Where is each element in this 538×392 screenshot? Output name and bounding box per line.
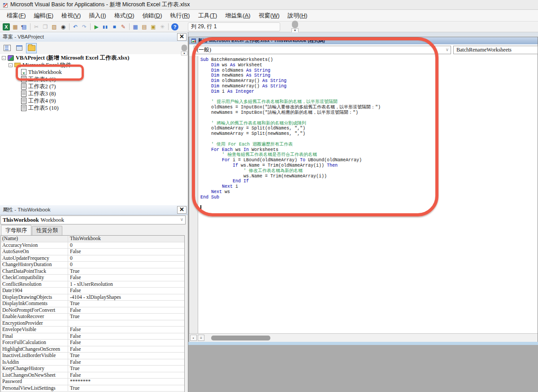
- scroll-thumb[interactable]: [292, 21, 298, 28]
- procedure-dropdown[interactable]: BatchRenameWorksheets: [453, 46, 538, 54]
- tree-item[interactable]: 工作表5 (10): [0, 104, 187, 112]
- property-row[interactable]: IsAddinFalse: [1, 359, 184, 366]
- tree-expander-icon[interactable]: -: [9, 63, 13, 67]
- property-row[interactable]: ChangeHistoryDuration0: [1, 262, 184, 268]
- property-name: ChangeHistoryDuration: [1, 262, 68, 268]
- project-panel-toolbar: [0, 42, 188, 55]
- scroll-down-arrow-icon[interactable]: ▼: [181, 52, 187, 56]
- help-button[interactable]: ?: [171, 23, 178, 30]
- scroll-thumb[interactable]: [182, 44, 187, 51]
- property-value: ThisWorkbook: [68, 236, 184, 242]
- cursor-position-label: 列 29, 行 1: [191, 23, 217, 30]
- design-mode-button[interactable]: ✎: [119, 22, 128, 31]
- property-row[interactable]: (Name)ThisWorkbook: [1, 236, 184, 242]
- menu-item[interactable]: 工具(T): [194, 12, 221, 20]
- toggle-folders-button[interactable]: [26, 43, 37, 53]
- project-explorer-button[interactable]: ▦: [131, 22, 140, 31]
- property-row[interactable]: EncryptionProvider: [1, 320, 184, 327]
- project-icon: [8, 55, 14, 61]
- hscroll-thumb[interactable]: [211, 336, 270, 340]
- property-row[interactable]: PersonalViewListSettingsTrue: [1, 385, 184, 392]
- property-row[interactable]: DisplayDrawingObjects-4104 - xlDisplaySh…: [1, 294, 184, 301]
- find-button[interactable]: ◉: [59, 22, 68, 31]
- menu-item[interactable]: 增益集(A): [221, 12, 254, 20]
- property-row[interactable]: FinalFalse: [1, 333, 184, 340]
- full-module-view-button[interactable]: ≡: [198, 335, 204, 341]
- procedure-view-button[interactable]: ▪: [190, 335, 197, 341]
- tree-item[interactable]: 工作表2 (7): [0, 83, 187, 90]
- paste-button[interactable]: ▨: [50, 22, 59, 31]
- undo-button[interactable]: ↶: [71, 22, 80, 31]
- property-row[interactable]: AccuracyVersion0: [1, 242, 184, 249]
- run-button[interactable]: ▶: [92, 22, 101, 31]
- property-row[interactable]: Date1904False: [1, 288, 184, 294]
- property-row[interactable]: HighlightChangesOnScreenFalse: [1, 346, 184, 353]
- redo-button[interactable]: ↷: [80, 22, 89, 31]
- code-hscrollbar[interactable]: ▪ ≡: [189, 333, 538, 342]
- menu-item[interactable]: 視窗(W): [255, 12, 284, 20]
- object-browser-button[interactable]: ▣: [149, 22, 158, 31]
- property-value: ********: [68, 379, 184, 385]
- toolbar-scroll-widget[interactable]: ▼: [291, 21, 299, 33]
- property-row[interactable]: DisplayInkCommentsTrue: [1, 301, 184, 307]
- close-project-panel-button[interactable]: ✕: [177, 33, 187, 41]
- property-row[interactable]: AutoSaveOnFalse: [1, 249, 184, 255]
- menu-item[interactable]: 說明(H): [284, 12, 312, 20]
- object-selector-name: ThisWorkbook: [3, 217, 39, 224]
- code-window-bottom-edge: [188, 342, 538, 345]
- view-object-button[interactable]: [14, 43, 25, 53]
- menu-item[interactable]: 偵錯(D): [138, 12, 166, 20]
- property-name: ConflictResolution: [1, 281, 68, 288]
- toolbar: X▦▾▤✂❐▨◉↶↷▶▮▮■✎▦▤▣✳? 列 29, 行 1: [0, 22, 538, 32]
- tree-expander-icon[interactable]: -: [2, 56, 6, 60]
- property-row[interactable]: EnvelopeVisibleFalse: [1, 327, 184, 333]
- property-row[interactable]: AutoUpdateFrequency0: [1, 255, 184, 262]
- view-code-button[interactable]: [2, 43, 13, 53]
- reset-button[interactable]: ■: [110, 22, 119, 31]
- property-row[interactable]: ChartDataPointTrackTrue: [1, 268, 184, 275]
- menu-item[interactable]: 執行(R): [166, 12, 194, 20]
- menu-item[interactable]: 檔案(F): [3, 12, 30, 20]
- menu-item[interactable]: 編輯(E): [30, 12, 57, 20]
- property-row[interactable]: InactiveListBorderVisibleTrue: [1, 353, 184, 359]
- properties-window-button[interactable]: ▤: [140, 22, 149, 31]
- code-window-icon: [191, 38, 196, 43]
- tree-item-label: 工作表4 (9): [28, 97, 56, 105]
- menu-bar: 檔案(F)編輯(E)檢視(V)插入(I)格式(O)偵錯(D)執行(R)工具(T)…: [0, 10, 538, 22]
- object-selector[interactable]: ThisWorkbook Workbook ∨: [0, 215, 186, 224]
- property-row[interactable]: DoNotPromptForConvertFalse: [1, 307, 184, 314]
- project-toolbar-scroll-widget[interactable]: ▼: [181, 44, 187, 56]
- object-selector-type: Workbook: [41, 217, 64, 224]
- tree-item[interactable]: 工作表3 (8): [0, 90, 187, 97]
- tab-alphabetic[interactable]: 字母順序: [1, 225, 31, 235]
- menu-item[interactable]: 檢視(V): [57, 12, 85, 20]
- project-panel-title: 專案 - VBAProject: [3, 34, 44, 40]
- tree-item[interactable]: -VBAProject (新增 Microsoft Excel 工作表.xlsx…: [0, 54, 187, 61]
- property-value: 0: [68, 262, 184, 268]
- property-row[interactable]: ConflictResolution1 - xlUserResolution: [1, 281, 184, 288]
- insert-userform-button[interactable]: ▦▾: [11, 22, 20, 31]
- worksheet-icon: [21, 83, 26, 90]
- property-row[interactable]: ForceFullCalculationFalse: [1, 340, 184, 346]
- break-button[interactable]: ▮▮: [101, 22, 110, 31]
- property-row[interactable]: CheckCompatibilityFalse: [1, 275, 184, 281]
- properties-panel-title: 屬性 - ThisWorkbook: [3, 207, 51, 213]
- property-value: False: [68, 372, 184, 379]
- menu-item[interactable]: 格式(O): [110, 12, 139, 20]
- property-value: False: [68, 346, 184, 353]
- property-row[interactable]: ListChangesOnNewSheetFalse: [1, 372, 184, 379]
- property-name: HighlightChangesOnScreen: [1, 346, 68, 353]
- property-value: 1 - xlUserResolution: [68, 281, 184, 288]
- property-row[interactable]: EnableAutoRecoverTrue: [1, 314, 184, 320]
- worksheet-icon: [21, 98, 26, 104]
- tab-categorized[interactable]: 性質分類: [32, 226, 62, 235]
- property-value: True: [68, 301, 184, 307]
- close-properties-panel-button[interactable]: ✕: [177, 206, 187, 214]
- menu-item[interactable]: 插入(I): [85, 12, 110, 20]
- property-value: True: [68, 353, 184, 359]
- save-button[interactable]: ▤: [20, 22, 29, 31]
- view-excel-button[interactable]: X: [3, 23, 10, 30]
- property-row[interactable]: Password********: [1, 379, 184, 385]
- property-row[interactable]: KeepChangeHistoryTrue: [1, 366, 184, 372]
- tree-item[interactable]: 工作表4 (9): [0, 97, 187, 104]
